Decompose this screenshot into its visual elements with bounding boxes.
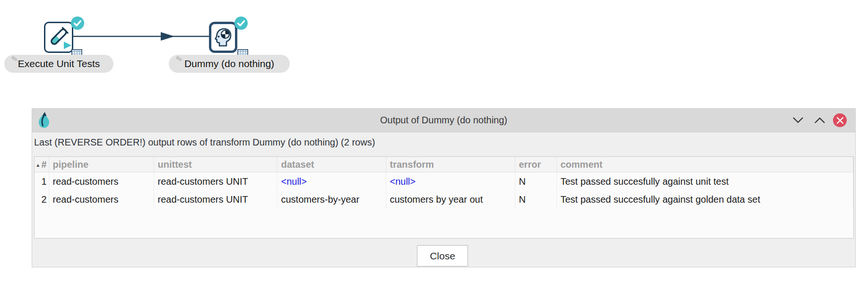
table-cell[interactable]: read-customers UNIT (154, 172, 277, 191)
column-header-comment[interactable]: comment (556, 157, 853, 172)
node-label-dummy[interactable]: ✎ Dummy (do nothing) (169, 55, 290, 73)
success-check-icon (71, 17, 84, 30)
node-label-execute-unit-tests[interactable]: ✎ Execute Unit Tests (4, 55, 113, 73)
column-header-num[interactable]: ▴# (35, 157, 49, 172)
table-cell[interactable]: Test passed succesfully against unit tes… (556, 172, 853, 191)
table-row[interactable]: 1read-customersread-customers UNIT<null>… (35, 172, 853, 191)
column-header-transform[interactable]: transform (386, 157, 515, 172)
table-cell[interactable]: 1 (35, 172, 49, 191)
output-dialog: Output of Dummy (do nothing) Last (REVER… (32, 108, 856, 267)
close-button[interactable]: Close (417, 245, 468, 266)
table-cell[interactable]: read-customers (49, 172, 154, 191)
table-cell[interactable]: <null> (277, 172, 386, 191)
dialog-titlebar: Output of Dummy (do nothing) (32, 109, 855, 132)
column-header-unittest[interactable]: unittest (154, 157, 277, 172)
run-play-icon[interactable] (63, 41, 72, 50)
dialog-title: Output of Dummy (do nothing) (32, 109, 855, 132)
table-cell[interactable]: N (515, 190, 556, 208)
table-cell[interactable]: N (515, 172, 556, 191)
sort-ascending-icon: ▴ (36, 162, 39, 168)
chevron-up-icon[interactable] (814, 114, 825, 126)
edit-pencil-icon: ✎ (10, 54, 19, 65)
chevron-down-icon[interactable] (792, 114, 804, 126)
column-header-dataset[interactable]: dataset (277, 157, 386, 172)
head-target-icon (212, 26, 233, 47)
table-cell[interactable]: read-customers UNIT (154, 190, 277, 208)
success-check-icon (234, 17, 248, 30)
table-header-row: ▴#pipelineunittestdatasettransformerrorc… (35, 157, 853, 172)
results-table: ▴#pipelineunittestdatasettransformerrorc… (34, 156, 854, 239)
table-cell[interactable]: customers-by-year (277, 190, 386, 208)
dialog-subtitle: Last (REVERSE ORDER!) output rows of tra… (34, 137, 375, 148)
column-header-error[interactable]: error (515, 157, 556, 172)
edit-pencil-icon: ✎ (175, 54, 183, 65)
hop-arrow[interactable] (73, 31, 210, 43)
table-row[interactable]: 2read-customersread-customers UNITcustom… (35, 190, 853, 208)
table-cell[interactable]: <null> (386, 172, 515, 191)
node-label-text: Dummy (do nothing) (184, 58, 274, 69)
transform-node-dummy[interactable] (209, 22, 237, 53)
close-x-icon[interactable] (833, 113, 847, 127)
table-cell[interactable]: Test passed succesfully against golden d… (556, 190, 853, 208)
table-cell[interactable]: read-customers (49, 190, 154, 208)
node-label-text: Execute Unit Tests (18, 58, 100, 69)
hop-pipeline-canvas: ✎ Execute Unit Tests ✎ Dummy (do nothing… (0, 0, 868, 283)
table-cell[interactable]: customers by year out (386, 190, 515, 208)
column-header-pipeline[interactable]: pipeline (49, 157, 154, 172)
table-cell[interactable]: 2 (35, 190, 49, 208)
